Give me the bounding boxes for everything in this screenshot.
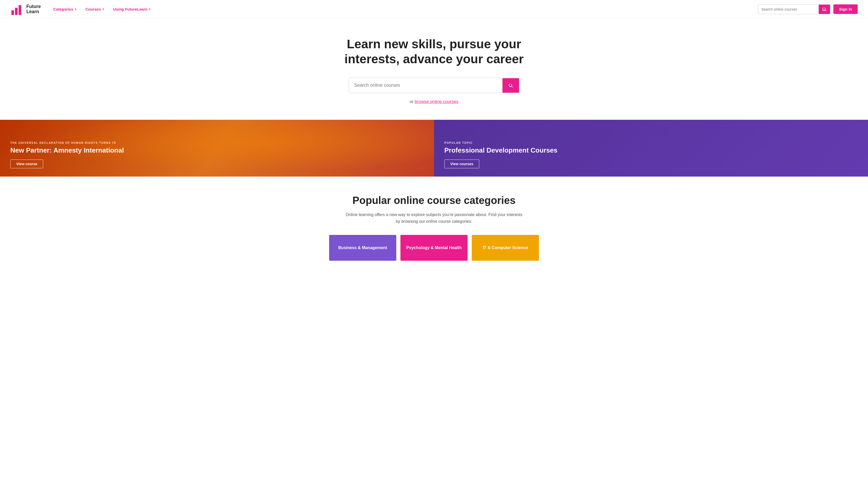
banner-amnesty-content: THE UNIVERSAL DECLARATION OF HUMAN RIGHT…	[10, 141, 424, 168]
category-card-psychology[interactable]: Psychology & Mental Health	[400, 235, 468, 261]
banner-professional-tag: POPULAR TOPIC	[444, 141, 858, 144]
categories-title: Popular online course categories	[10, 195, 858, 206]
hero-browse-text: or browse online courses	[410, 99, 459, 104]
hero-search-input[interactable]	[349, 78, 502, 93]
banner-section: THE UNIVERSAL DECLARATION OF HUMAN RIGHT…	[0, 120, 868, 177]
search-icon	[508, 83, 513, 88]
category-card-business[interactable]: Business & Management	[329, 235, 396, 261]
search-icon	[822, 7, 827, 12]
nav-right: Sign in	[758, 4, 858, 14]
hero-title: Learn new skills, pursue your interests,…	[344, 36, 524, 66]
banner-amnesty-button[interactable]: View course	[10, 159, 43, 168]
banner-amnesty-title: New Partner: Amnesty International	[10, 146, 424, 154]
sign-in-button[interactable]: Sign in	[834, 4, 858, 14]
svg-rect-2	[19, 5, 21, 15]
banner-professional-button[interactable]: View courses	[444, 159, 479, 168]
nav-links: Categories ▾ Courses ▾ Using FutureLearn…	[53, 7, 758, 11]
logo-text: Future Learn	[26, 4, 41, 15]
banner-amnesty: THE UNIVERSAL DECLARATION OF HUMAN RIGHT…	[0, 120, 434, 177]
hero-search-bar	[349, 78, 519, 93]
nav-categories[interactable]: Categories ▾	[53, 7, 76, 11]
hero-search-button[interactable]	[502, 78, 519, 93]
nav-search-input[interactable]	[758, 5, 819, 14]
category-card-it[interactable]: IT & Computer Science	[472, 235, 539, 261]
navbar: Future Learn Categories ▾ Courses ▾ Usin…	[0, 0, 868, 19]
nav-courses[interactable]: Courses ▾	[86, 7, 104, 11]
banner-professional: POPULAR TOPIC Professional Development C…	[434, 120, 868, 177]
chevron-down-icon: ▾	[75, 8, 76, 10]
nav-using-futurelearn[interactable]: Using FutureLearn ▾	[113, 7, 150, 11]
site-logo[interactable]: Future Learn	[10, 3, 41, 16]
svg-rect-0	[11, 10, 14, 15]
svg-rect-1	[15, 8, 18, 15]
browse-courses-link[interactable]: browse online courses	[415, 99, 458, 104]
nav-search-button[interactable]	[819, 5, 830, 14]
categories-section: Popular online course categories Online …	[0, 177, 868, 271]
chevron-down-icon: ▾	[102, 8, 104, 10]
banner-professional-content: POPULAR TOPIC Professional Development C…	[444, 141, 858, 168]
banner-amnesty-tag: THE UNIVERSAL DECLARATION OF HUMAN RIGHT…	[10, 141, 424, 144]
banner-professional-title: Professional Development Courses	[444, 146, 858, 154]
nav-search-bar	[758, 4, 830, 14]
categories-subtitle: Online learning offers a new way to expl…	[344, 212, 524, 225]
category-cards: Business & Management Psychology & Menta…	[10, 235, 858, 261]
hero-section: Learn new skills, pursue your interests,…	[0, 19, 868, 120]
chevron-down-icon: ▾	[149, 8, 150, 10]
